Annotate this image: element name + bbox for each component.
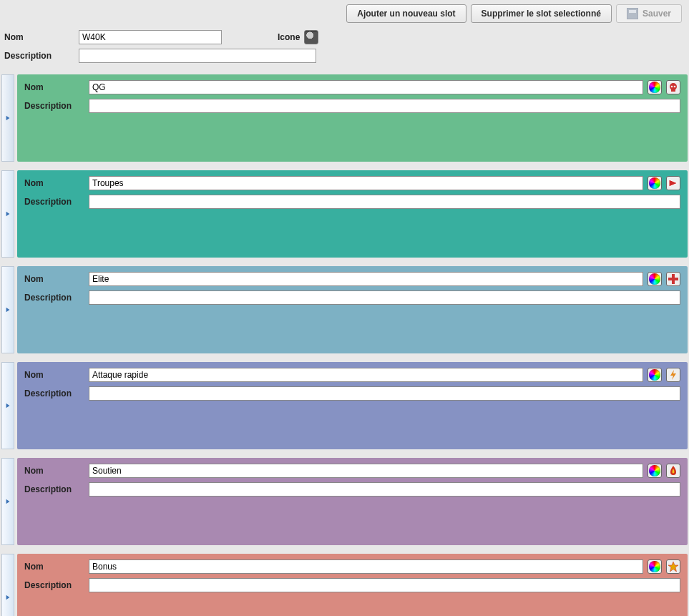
slot-panel: Nom Description [17,74,688,162]
slot-description-input[interactable] [89,195,680,209]
slot-description-input[interactable] [89,578,680,592]
slot-type-icon [668,465,679,476]
slot-type-icon-button[interactable] [666,368,680,382]
color-picker-button[interactable] [648,559,662,574]
color-wheel-icon [649,561,660,572]
icon-label: Icone [278,32,300,42]
toolbar: Ajouter un nouveau slot Supprimer le slo… [0,0,689,27]
color-wheel-icon [649,82,660,93]
slot-description-input[interactable] [89,386,680,401]
color-picker-button[interactable] [648,368,662,382]
svg-marker-0 [6,116,10,120]
slot-description-input[interactable] [89,290,680,305]
slot-name-input[interactable] [89,176,643,190]
slot-panel: Nom Description [17,458,688,545]
expand-handle[interactable] [1,266,14,353]
svg-rect-9 [672,274,675,284]
expand-handle[interactable] [1,458,14,545]
svg-marker-6 [669,180,678,187]
slot-list: Nom Description Nom [0,74,689,616]
slot-type-icon-button[interactable] [666,272,680,286]
delete-slot-button[interactable]: Supprimer le slot selectionné [471,4,612,23]
slot-description-label: Description [24,580,89,590]
svg-point-3 [671,86,673,88]
slot-type-icon [668,273,679,285]
slot-row: Nom Description [1,458,688,545]
slot-row: Nom Description [1,362,688,449]
color-wheel-icon [649,273,660,285]
svg-marker-13 [6,595,10,600]
slot-description-label: Description [24,388,89,399]
name-input[interactable] [79,30,222,44]
expand-handle[interactable] [1,362,14,449]
chevron-right-icon [5,115,11,121]
slot-panel: Nom Description [17,266,688,353]
description-label: Description [4,51,79,61]
header-form: Nom Icone Description [0,27,689,74]
slot-description-label: Description [24,197,89,207]
chevron-right-icon [5,499,11,504]
svg-point-4 [674,86,676,88]
svg-marker-12 [6,499,10,504]
slot-type-icon-button[interactable] [666,176,680,190]
slot-row: Nom Description [1,170,688,258]
color-picker-button[interactable] [648,80,662,94]
slot-description-input[interactable] [89,99,680,113]
chevron-right-icon [5,211,11,217]
slot-description-label: Description [24,484,89,494]
svg-marker-10 [6,404,10,408]
slot-panel: Nom Description [17,170,688,258]
slot-description-input[interactable] [89,482,680,497]
slot-name-input[interactable] [89,368,643,382]
slot-name-label: Nom [24,466,89,476]
chevron-right-icon [5,307,11,313]
svg-marker-14 [668,562,678,572]
slot-type-icon-button[interactable] [666,80,680,94]
svg-marker-11 [670,370,676,380]
slot-name-label: Nom [24,82,89,92]
svg-point-1 [670,83,677,90]
slot-name-label: Nom [24,178,89,188]
slot-row: Nom Description [1,74,688,162]
color-wheel-icon [649,177,660,189]
slot-name-label: Nom [24,562,89,572]
expand-handle[interactable] [1,554,14,616]
add-slot-button[interactable]: Ajouter un nouveau slot [346,4,466,23]
save-label: Sauver [642,9,671,19]
slot-name-input[interactable] [89,272,643,286]
svg-marker-5 [6,212,10,216]
slot-description-label: Description [24,101,89,111]
chevron-right-icon [5,403,11,409]
description-input[interactable] [79,49,316,63]
slot-name-input[interactable] [89,464,643,478]
expand-handle[interactable] [1,170,14,258]
color-wheel-icon [649,465,660,476]
slot-type-icon [668,177,679,189]
color-picker-button[interactable] [648,464,662,478]
slot-panel: Nom Description [17,554,688,616]
slot-panel: Nom Description [17,362,688,449]
slot-type-icon [668,369,679,381]
icon-picker-button[interactable] [304,30,318,44]
slot-type-icon-button[interactable] [666,464,680,478]
slot-name-input[interactable] [89,80,643,94]
color-wheel-icon [649,369,660,381]
svg-marker-7 [6,308,10,312]
slot-type-icon [668,82,679,93]
slot-description-label: Description [24,293,89,303]
slot-row: Nom Description [1,554,688,616]
svg-rect-2 [671,89,675,92]
slot-type-icon-button[interactable] [666,559,680,574]
chevron-right-icon [5,595,11,600]
save-button[interactable]: Sauver [616,4,682,23]
slot-row: Nom Description [1,266,688,353]
slot-name-input[interactable] [89,559,643,574]
slot-name-label: Nom [24,370,89,380]
name-label: Nom [4,32,79,42]
color-picker-button[interactable] [648,272,662,286]
expand-handle[interactable] [1,74,14,162]
save-icon [627,8,638,19]
slot-name-label: Nom [24,274,89,284]
slot-type-icon [668,561,679,572]
color-picker-button[interactable] [648,176,662,190]
